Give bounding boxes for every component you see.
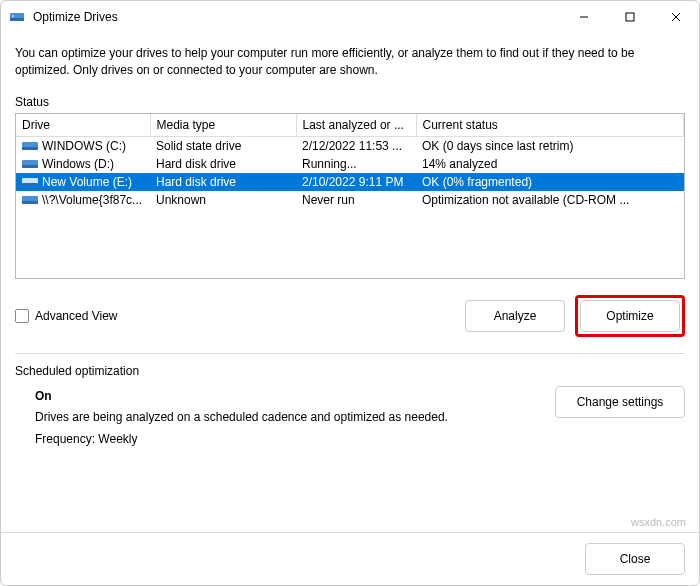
svg-rect-1 [10, 18, 24, 21]
drive-icon [22, 194, 38, 206]
scheduled-state: On [35, 386, 555, 408]
drive-name: \\?\Volume{3f87c... [42, 193, 142, 207]
svg-rect-4 [626, 13, 634, 21]
table-row[interactable]: WINDOWS (C:)Solid state drive2/12/2022 1… [16, 136, 684, 155]
optimize-highlight: Optimize [575, 295, 685, 337]
status-heading: Status [15, 95, 685, 109]
table-row[interactable]: \\?\Volume{3f87c...UnknownNever runOptim… [16, 191, 684, 209]
footer: Close [1, 532, 699, 585]
col-status[interactable]: Current status [416, 114, 684, 137]
current-status: 14% analyzed [416, 155, 684, 173]
drive-name: New Volume (E:) [42, 175, 132, 189]
table-row[interactable]: Windows (D:)Hard disk driveRunning...14%… [16, 155, 684, 173]
scheduled-desc: Drives are being analyzed on a scheduled… [35, 407, 555, 429]
change-settings-button[interactable]: Change settings [555, 386, 685, 418]
col-analyzed[interactable]: Last analyzed or ... [296, 114, 416, 137]
app-icon [9, 9, 25, 25]
last-analyzed: 2/12/2022 11:53 ... [296, 136, 416, 155]
minimize-button[interactable] [561, 1, 607, 33]
advanced-view-label: Advanced View [35, 309, 118, 323]
drive-name: WINDOWS (C:) [42, 139, 126, 153]
col-drive[interactable]: Drive [16, 114, 150, 137]
media-type: Hard disk drive [150, 155, 296, 173]
svg-point-2 [12, 15, 14, 17]
drive-icon [22, 158, 38, 170]
last-analyzed: 2/10/2022 9:11 PM [296, 173, 416, 191]
scheduled-section: On Drives are being analyzed on a schedu… [15, 386, 685, 451]
last-analyzed: Running... [296, 155, 416, 173]
svg-rect-10 [22, 165, 38, 168]
svg-rect-14 [22, 201, 38, 204]
window-title: Optimize Drives [33, 10, 561, 24]
current-status: Optimization not available (CD-ROM ... [416, 191, 684, 209]
current-status: OK (0 days since last retrim) [416, 136, 684, 155]
current-status: OK (0% fragmented) [416, 173, 684, 191]
analyze-button[interactable]: Analyze [465, 300, 565, 332]
content-area: You can optimize your drives to help you… [1, 33, 699, 532]
drive-icon [22, 140, 38, 152]
last-analyzed: Never run [296, 191, 416, 209]
svg-rect-12 [22, 183, 38, 186]
checkbox-icon [15, 309, 29, 323]
table-header-row: Drive Media type Last analyzed or ... Cu… [16, 114, 684, 137]
media-type: Unknown [150, 191, 296, 209]
media-type: Solid state drive [150, 136, 296, 155]
maximize-button[interactable] [607, 1, 653, 33]
drive-icon [22, 176, 38, 188]
advanced-view-checkbox[interactable]: Advanced View [15, 309, 465, 323]
table-row[interactable]: New Volume (E:)Hard disk drive2/10/2022 … [16, 173, 684, 191]
separator [15, 353, 685, 354]
actions-row: Advanced View Analyze Optimize [15, 295, 685, 337]
close-window-button[interactable] [653, 1, 699, 33]
watermark-text: wsxdn.com [631, 516, 686, 528]
drives-table: Drive Media type Last analyzed or ... Cu… [15, 113, 685, 279]
col-media[interactable]: Media type [150, 114, 296, 137]
drive-name: Windows (D:) [42, 157, 114, 171]
media-type: Hard disk drive [150, 173, 296, 191]
scheduled-heading: Scheduled optimization [15, 364, 685, 378]
scheduled-freq: Frequency: Weekly [35, 429, 555, 451]
titlebar: Optimize Drives [1, 1, 699, 33]
description-text: You can optimize your drives to help you… [15, 45, 685, 79]
close-button[interactable]: Close [585, 543, 685, 575]
svg-rect-8 [22, 147, 38, 150]
optimize-button[interactable]: Optimize [580, 300, 680, 332]
optimize-drives-window: Optimize Drives You can optimize your dr… [0, 0, 700, 586]
